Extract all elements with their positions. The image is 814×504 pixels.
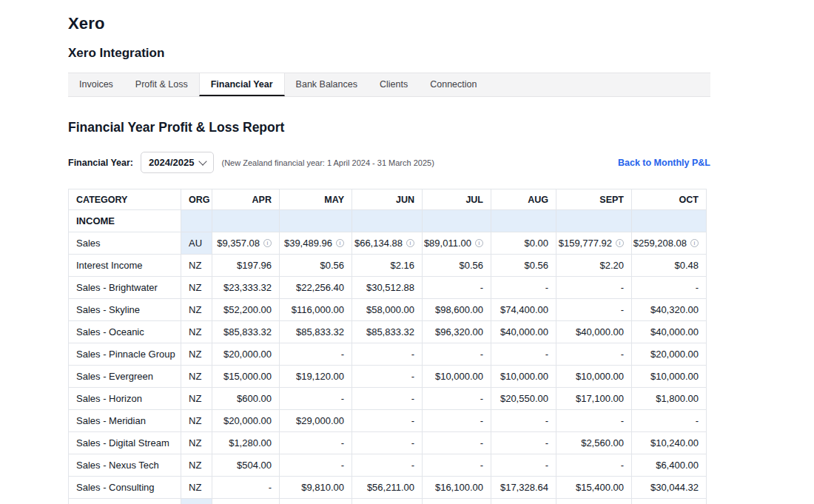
category-cell: Sales - Brightwater [69,277,181,299]
cell-value: $1,280.00 [229,437,272,448]
column-header-jul: JUL [423,189,491,210]
info-icon[interactable]: i [690,239,699,247]
value-cell [280,210,352,232]
cell-value: - [545,349,548,360]
report-title: Financial Year Profit & Loss Report [68,120,710,135]
cell-value: - [621,304,624,315]
back-to-monthly-pl-link[interactable]: Back to Monthly P&L [618,158,710,168]
cell-value: - [341,349,344,360]
financial-year-label: Financial Year: [68,158,133,168]
value-cell: - [423,388,491,410]
cell-value: - [545,415,548,426]
cell-value: $10,240.00 [650,437,699,448]
table-row-interest-income: Interest IncomeNZ$197.96$0.56$2.16$0.56$… [69,255,707,277]
cell-value: - [411,437,414,448]
financial-year-note: (New Zealand financial year: 1 April 202… [221,158,434,167]
cell-value: $40,000.00 [500,326,548,337]
info-icon[interactable]: i [263,239,272,247]
value-cell: $600.00 [212,388,280,410]
value-cell: $96,320.00 [423,321,491,343]
category-cell: Sales - Nexus Tech [69,454,181,477]
org-cell: NZ [181,388,212,410]
value-cell: $17,328.64 [491,477,556,499]
cell-value: $197.96 [237,260,272,271]
column-header-jun: JUN [352,189,423,210]
value-cell: $30,044.32 [632,477,707,499]
value-cell: - [423,432,491,454]
cell-value: $20,550.00 [500,393,548,404]
value-cell: - [423,410,491,432]
tab-financial-year[interactable]: Financial Year [199,73,285,96]
value-cell: - [556,410,632,432]
column-header-sept: SEPT [556,189,632,210]
value-cell [212,210,280,232]
value-cell: $10,000.00 [632,366,707,388]
value-cell: $40,000.00 [632,321,707,343]
table-row-sales-brightwater: Sales - BrightwaterNZ$23,333.32$22,256.4… [69,277,707,299]
value-cell: - [556,454,632,477]
value-cell: $40,000.00 [491,321,556,343]
cell-value: $17,100.00 [576,393,624,404]
tab-profit-loss[interactable]: Profit & Loss [124,73,199,96]
value-cell: $1,280.00 [212,432,280,454]
value-cell: $23,333.32 [212,277,280,299]
tab-invoices[interactable]: Invoices [68,73,124,96]
value-cell: - [352,388,423,410]
value-cell: - [280,454,352,477]
value-cell: - [556,343,632,366]
cell-value: - [411,460,414,471]
tab-connection[interactable]: Connection [419,73,488,96]
value-cell: $44,960.00 [423,499,491,504]
content-area: Xero Xero Integration InvoicesProfit & L… [68,0,710,504]
cell-value: $85,833.32 [366,326,414,337]
cell-value: - [411,393,414,404]
table-row-sales-horizon: Sales - HorizonNZ$600.00---$20,550.00$17… [69,388,707,410]
cell-value: $0.56 [320,260,344,271]
cell-value: - [480,393,483,404]
org-cell: AU [181,232,212,255]
value-cell: $10,000.00 [556,366,632,388]
value-cell: $20,000.00 [212,343,280,366]
info-icon[interactable]: i [616,239,624,247]
category-cell: INCOME [69,210,181,232]
value-cell: $40,000.00 [556,321,632,343]
value-cell: - [280,343,352,366]
info-icon[interactable]: i [475,239,483,247]
value-cell: $66,134.88i [352,232,423,255]
info-icon[interactable]: i [336,239,344,247]
financial-year-select[interactable]: 2024/2025 [141,152,214,173]
org-cell: NZ [181,366,212,388]
cell-value: $20,000.00 [223,349,272,360]
tab-bar: InvoicesProfit & LossFinancial YearBank … [68,73,710,97]
cell-value: $20,000.00 [223,415,272,426]
value-cell: - [212,477,280,499]
cell-value: - [480,349,483,360]
value-cell: $2.16 [352,255,423,277]
category-cell: Sales - Pinnacle Group [69,343,181,366]
profit-loss-table: CATEGORYORGAPRMAYJUNJULAUGSEPTOCT INCOME… [68,189,707,504]
tab-clients[interactable]: Clients [369,73,419,96]
value-cell: $1,800.00 [632,388,707,410]
cell-value: - [480,460,483,471]
value-cell: $197.96 [212,255,280,277]
table-row-sales-nexus-tech: Sales - Nexus TechNZ$504.00-----$6,400.0… [69,454,707,477]
value-cell: $85,833.32 [212,321,280,343]
org-cell [181,210,212,232]
value-cell: - [632,410,707,432]
tab-bank-balances[interactable]: Bank Balances [285,73,369,96]
cell-value: $15,400.00 [576,482,624,493]
value-cell: - [491,410,556,432]
cell-value: $58,000.00 [366,304,414,315]
column-header-may: MAY [280,189,352,210]
category-cell: Interest Income [69,255,181,277]
value-cell: - [632,277,707,299]
cell-value: $40,320.00 [650,304,699,315]
category-cell: Sales - Meridian [69,410,181,432]
info-icon[interactable]: i [406,239,414,247]
value-cell [491,210,556,232]
cell-value: $98,600.00 [435,304,483,315]
cell-value: $39,489.96 [284,238,332,249]
value-cell: - [352,410,423,432]
cell-value: $10,000.00 [576,371,624,382]
category-cell: Sales - Evergreen [69,366,181,388]
